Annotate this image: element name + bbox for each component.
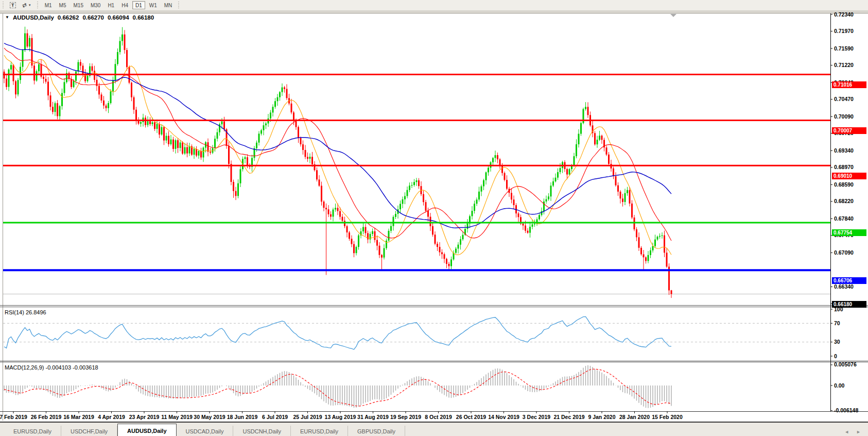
macd-indicator-label: MACD(12,26,9) -0.004103 -0.003618 [5,364,98,371]
tab-scroll-left-icon[interactable]: ◄ [844,430,849,434]
chart-style-button[interactable]: ⇄ ▼ [20,1,34,9]
price-chart-canvas[interactable]: 0.723400.719700.715900.712200.708400.704… [0,10,868,422]
tab-usdcnh-daily[interactable]: USDCNH,Daily [233,426,291,436]
svg-text:8 Oct 2019: 8 Oct 2019 [425,414,452,420]
svg-text:0.68220: 0.68220 [834,198,854,204]
timeframe-button-h4[interactable]: H4 [118,1,131,9]
tab-eurusd-daily[interactable]: EURUSD,Daily [291,426,348,436]
tab-scroll-buttons: ◄ ► [844,430,861,434]
support-price-badge: 0.66706 [832,277,866,284]
svg-text:25 Jul 2019: 25 Jul 2019 [293,414,322,420]
timeframe-button-m15[interactable]: M15 [70,1,86,9]
svg-text:18 Jun 2019: 18 Jun 2019 [227,414,258,420]
svg-text:28 Jan 2020: 28 Jan 2020 [619,414,650,420]
svg-text:19 Sep 2019: 19 Sep 2019 [390,414,421,420]
svg-text:0.70090: 0.70090 [834,113,854,120]
svg-text:30 May 2019: 30 May 2019 [194,414,225,420]
svg-text:0.67840: 0.67840 [834,215,854,222]
svg-text:15 Feb 2020: 15 Feb 2020 [652,414,683,420]
tab-gbpusd-daily[interactable]: GBPUSD,Daily [348,426,405,436]
tab-eurusd-daily[interactable]: EURUSD,Daily [4,426,61,436]
current-price-badge: 0.66180 [832,301,866,308]
tab-audusd-daily[interactable]: AUDUSD,Daily [117,424,176,436]
svg-text:31 Aug 2019: 31 Aug 2019 [357,414,389,420]
svg-text:13 Aug 2019: 13 Aug 2019 [325,414,356,420]
chart-window[interactable]: 0.723400.719700.715900.712200.708400.704… [0,10,868,422]
svg-text:0.69340: 0.69340 [834,147,854,154]
timeframe-button-h1[interactable]: H1 [105,1,117,9]
svg-text:21 Dec 2019: 21 Dec 2019 [553,414,584,420]
svg-text:0.68590: 0.68590 [834,181,854,188]
ohlc-open: 0.66262 [58,14,79,21]
resistance-price-badge: 0.69010 [832,173,866,179]
tab-usdchf-daily[interactable]: USDCHF,Daily [61,426,117,436]
text-tool-button[interactable]: T [7,1,19,9]
rsi-indicator-label: RSI(14) 26.8496 [5,309,46,315]
svg-text:6 Jul 2019: 6 Jul 2019 [262,414,288,420]
svg-text:4 Apr 2019: 4 Apr 2019 [98,414,125,420]
resistance-price-badge: 0.71016 [832,81,866,88]
svg-text:7 Feb 2019: 7 Feb 2019 [0,414,27,420]
svg-text:14 Nov 2019: 14 Nov 2019 [488,414,519,420]
svg-text:16 Mar 2019: 16 Mar 2019 [63,414,94,420]
ohlc-low: 0.66094 [108,14,129,21]
svg-text:3 Dec 2019: 3 Dec 2019 [523,414,550,420]
svg-text:26 Feb 2019: 26 Feb 2019 [31,414,62,420]
svg-text:23 Apr 2019: 23 Apr 2019 [129,414,160,420]
svg-text:0.72340: 0.72340 [834,11,854,18]
svg-text:30: 30 [834,339,840,345]
support-price-badge: 0.67754 [832,229,866,236]
svg-text:0.71590: 0.71590 [834,45,854,52]
expand-arrow-icon[interactable]: ▼ [5,15,9,21]
svg-text:0.67090: 0.67090 [834,249,854,256]
chart-symbol-label: AUDUSD,Daily [13,14,54,21]
toolbar-grip [37,2,39,9]
svg-text:0.68970: 0.68970 [834,164,854,170]
symbol-tabs: EURUSD,DailyUSDCHF,DailyAUDUSD,DailyUSDC… [0,424,405,436]
tab-scroll-right-icon[interactable]: ► [856,430,861,434]
toolbar-grip [178,2,180,9]
arrange-icon: ⇄ [21,1,28,9]
svg-text:0.66340: 0.66340 [834,283,854,290]
timeframe-button-d1[interactable]: D1 [132,1,145,9]
text-tool-icon: T [10,2,16,8]
timeframe-button-m5[interactable]: M5 [56,1,70,9]
svg-text:0.00: 0.00 [834,382,845,389]
timeframe-button-m30[interactable]: M30 [88,1,103,9]
svg-text:0.71970: 0.71970 [834,28,854,34]
tab-usdcad-daily[interactable]: USDCAD,Daily [177,426,234,436]
ohlc-high: 0.66270 [82,14,104,21]
symbol-tab-bar: EURUSD,DailyUSDCHF,DailyAUDUSD,DailyUSDC… [0,422,868,436]
svg-text:11 May 2019: 11 May 2019 [161,414,193,420]
toolbar-grip [2,2,5,9]
timeframe-button-mn[interactable]: MN [161,1,176,9]
timeframe-button-w1[interactable]: W1 [146,1,160,9]
ohlc-close: 0.66180 [133,14,154,21]
svg-text:0.005076: 0.005076 [834,361,857,367]
svg-text:9 Jan 2020: 9 Jan 2020 [588,414,615,420]
chart-title: ▼AUDUSD,Daily0.662620.662700.660940.6618… [5,14,154,21]
svg-text:0.70470: 0.70470 [834,96,854,102]
timeframe-button-m1[interactable]: M1 [42,1,55,9]
svg-text:0: 0 [834,353,837,359]
svg-text:26 Oct 2019: 26 Oct 2019 [456,414,487,420]
svg-text:-0.006148: -0.006148 [834,407,858,413]
svg-text:0.71220: 0.71220 [834,62,854,68]
top-toolbar: T ⇄ ▼ M1M5M15M30H1H4D1W1MN [0,0,868,11]
chevron-down-icon: ▼ [28,4,31,7]
svg-text:70: 70 [834,320,840,326]
resistance-price-badge: 0.70007 [832,127,866,134]
timeframe-toolbar: M1M5M15M30H1H4D1W1MN [41,0,176,10]
